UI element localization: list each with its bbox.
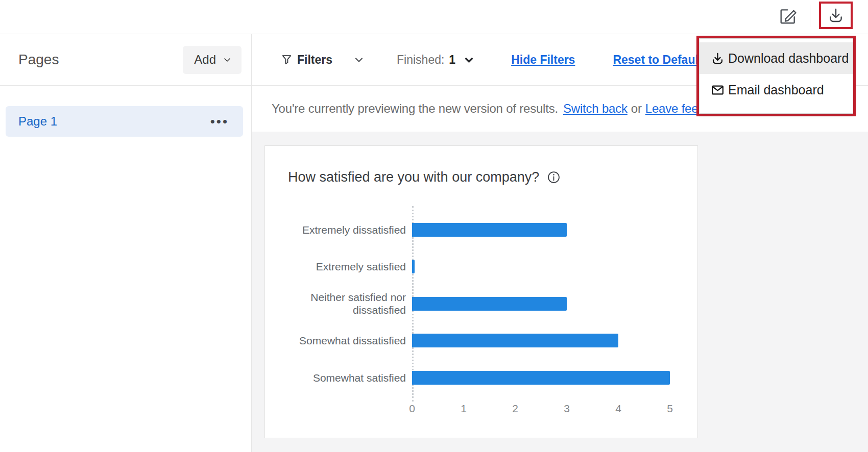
chart-category-label: Extremely dissatisfied [265,223,406,236]
chart-x-tick-label: 0 [402,403,422,415]
chart-bar-rows: Extremely dissatisfiedExtremely satisfie… [265,211,697,396]
chevron-down-icon [222,55,232,65]
filter-funnel-icon [280,54,293,66]
chart-x-tick-label: 1 [453,403,474,415]
download-icon [827,7,845,24]
sidebar-title: Pages [18,52,59,68]
chart-bar-track [412,334,688,347]
email-icon [711,83,725,97]
chart-category-label: Neither satisfied nor dissatisfied [265,291,406,316]
dashboard-content: How satisfied are you with our company? … [252,132,868,452]
finished-label: Finished: [397,53,444,67]
chart-bar [412,334,618,347]
edit-pencil-icon [778,7,799,26]
chart-x-tick-label: 3 [557,403,577,415]
chart-bar-row: Somewhat satisfied [265,359,697,396]
chart-card: How satisfied are you with our company? … [264,145,698,438]
chart-category-label: Extremely satisfied [265,260,406,273]
chart-title: How satisfied are you with our company? [288,169,539,185]
page-options-menu-icon[interactable]: ••• [210,119,229,124]
sidebar-item-page-1[interactable]: Page 1 ••• [6,106,243,137]
dropdown-annotation-box: Download dashboard Email dashboard [696,36,856,116]
chart-bar-row: Somewhat dissatisfied [265,322,697,360]
chart-bar-row: Neither satisfied nor dissatisfied [265,285,697,322]
page-item-label: Page 1 [18,114,57,129]
chart-x-tick-label: 4 [608,403,629,415]
chart-x-tick-label: 5 [660,403,680,415]
download-icon [711,52,725,65]
chart-bar-track [412,371,688,385]
download-dropdown-menu: Download dashboard Email dashboard [699,38,853,114]
hide-filters-link[interactable]: Hide Filters [511,53,575,67]
download-dashboard-button[interactable] [827,7,845,24]
switch-back-link[interactable]: Switch back [563,102,628,116]
filters-dropdown[interactable]: Filters [280,53,365,67]
filters-label: Filters [297,53,332,67]
chart-bar-track [412,223,688,237]
edit-dashboard-button[interactable] [778,6,799,27]
finished-filter-dropdown[interactable]: Finished: 1 [397,53,475,67]
chart-bar-row: Extremely satisfied [265,248,697,286]
notice-text: You're currently previewing the new vers… [272,102,558,116]
chevron-down-bold-icon[interactable] [463,54,475,66]
notice-or-text: or [631,102,642,116]
info-icon[interactable] [547,170,561,184]
pages-sidebar: Pages Add Page 1 ••• [0,34,252,452]
chart-x-axis: 012345 [265,396,697,415]
menu-item-email-dashboard[interactable]: Email dashboard [700,74,853,106]
chart-category-label: Somewhat satisfied [265,371,406,384]
reset-to-default-link[interactable]: Reset to Default [613,53,702,67]
chart-bar-track [412,297,688,311]
sidebar-header: Pages Add [0,34,251,86]
chart-bar [412,223,567,237]
finished-value: 1 [449,53,455,67]
chart-bar [412,297,567,311]
top-header [0,0,868,34]
chart-bar [412,260,415,273]
menu-item-label: Email dashboard [728,83,824,97]
add-button-label: Add [194,53,216,67]
menu-item-download-dashboard[interactable]: Download dashboard [700,42,853,74]
header-divider [810,5,810,27]
menu-item-label: Download dashboard [728,51,849,66]
chart-category-label: Somewhat dissatisfied [265,334,406,347]
chart-bar-track [412,260,688,273]
chart-bar [412,371,670,385]
add-page-button[interactable]: Add [183,46,242,74]
chart-x-tick-label: 2 [505,403,525,415]
download-annotation-box [819,2,853,29]
chevron-down-icon[interactable] [353,54,365,66]
chart-bar-row: Extremely dissatisfied [265,211,697,248]
